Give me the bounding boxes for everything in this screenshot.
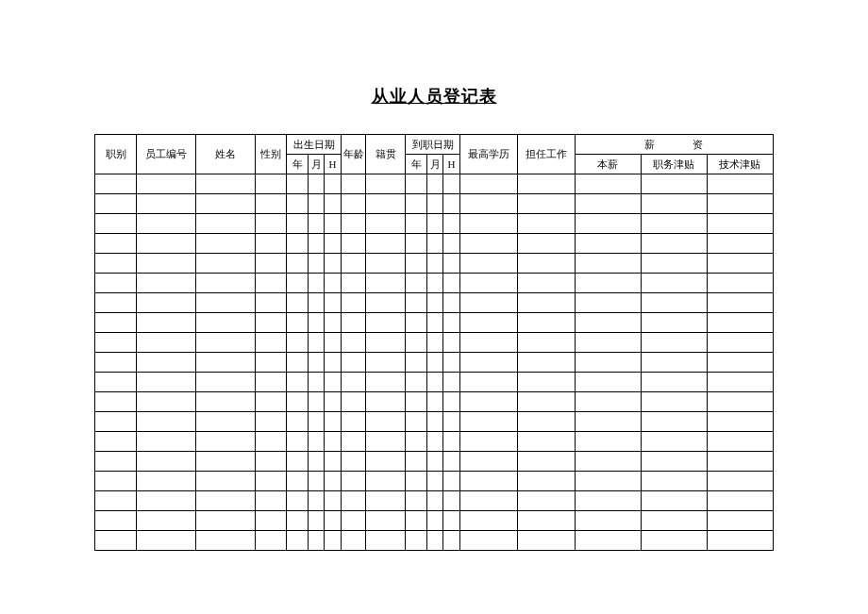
table-cell [309,353,324,373]
col-salary-tech-allowance: 技术津贴 [707,155,773,174]
table-cell [342,392,366,412]
table-cell [641,432,707,452]
table-cell [287,174,309,194]
table-row [95,194,774,214]
table-cell [287,511,309,531]
table-cell [427,313,442,333]
table-cell [342,353,366,373]
table-cell [196,412,256,432]
table-cell [442,254,460,274]
table-cell [641,531,707,551]
table-cell [137,373,196,392]
table-cell [442,531,460,551]
table-cell [137,392,196,412]
table-cell [256,392,287,412]
table-cell [460,491,518,511]
table-row [95,333,774,353]
table-cell [518,333,576,353]
table-cell [460,214,518,234]
table-cell [427,174,442,194]
table-cell [460,392,518,412]
col-birth-day: H [324,155,342,174]
table-cell [196,353,256,373]
table-cell [406,254,427,274]
table-cell [460,274,518,293]
table-cell [641,274,707,293]
table-cell [707,531,773,551]
table-cell [366,234,406,254]
table-cell [324,491,342,511]
table-cell [95,234,137,254]
table-cell [95,472,137,491]
table-cell [324,353,342,373]
table-cell [324,293,342,313]
table-cell [518,353,576,373]
table-cell [707,511,773,531]
table-cell [137,293,196,313]
table-cell [460,452,518,472]
table-cell [460,254,518,274]
table-cell [324,174,342,194]
table-cell [366,174,406,194]
table-cell [137,254,196,274]
table-cell [366,373,406,392]
table-cell [137,194,196,214]
table-cell [196,234,256,254]
table-cell [518,491,576,511]
table-cell [95,194,137,214]
table-cell [256,432,287,452]
table-cell [442,472,460,491]
table-cell [287,432,309,452]
table-cell [442,214,460,234]
table-cell [460,293,518,313]
table-cell [406,491,427,511]
table-cell [95,274,137,293]
table-cell [342,412,366,432]
table-row [95,491,774,511]
table-cell [427,254,442,274]
table-cell [707,432,773,452]
table-cell [427,491,442,511]
table-cell [406,392,427,412]
table-cell [366,214,406,234]
table-cell [342,373,366,392]
table-cell [324,472,342,491]
table-cell [406,412,427,432]
table-cell [406,234,427,254]
table-cell [342,333,366,353]
table-cell [406,313,427,333]
table-cell [707,313,773,333]
table-cell [342,274,366,293]
table-cell [95,254,137,274]
table-cell [256,511,287,531]
table-cell [406,174,427,194]
table-cell [196,214,256,234]
table-cell [406,293,427,313]
table-row [95,174,774,194]
table-cell [95,491,137,511]
table-cell [366,313,406,333]
table-cell [196,432,256,452]
table-cell [641,194,707,214]
table-cell [575,274,641,293]
table-cell [442,511,460,531]
table-cell [196,373,256,392]
table-cell [256,214,287,234]
registration-table: 职别 员工编号 姓名 性别 出生日期 年龄 籍贯 到职日期 最高学历 担任工作 … [94,134,774,551]
table-cell [707,353,773,373]
table-cell [518,472,576,491]
table-cell [256,254,287,274]
col-hire-day: H [442,155,460,174]
table-cell [324,373,342,392]
table-cell [287,353,309,373]
table-cell [641,412,707,432]
table-cell [442,373,460,392]
table-cell [256,452,287,472]
table-cell [707,194,773,214]
table-cell [460,353,518,373]
table-cell [641,511,707,531]
table-cell [707,274,773,293]
table-cell [518,313,576,333]
table-cell [366,511,406,531]
table-cell [366,412,406,432]
